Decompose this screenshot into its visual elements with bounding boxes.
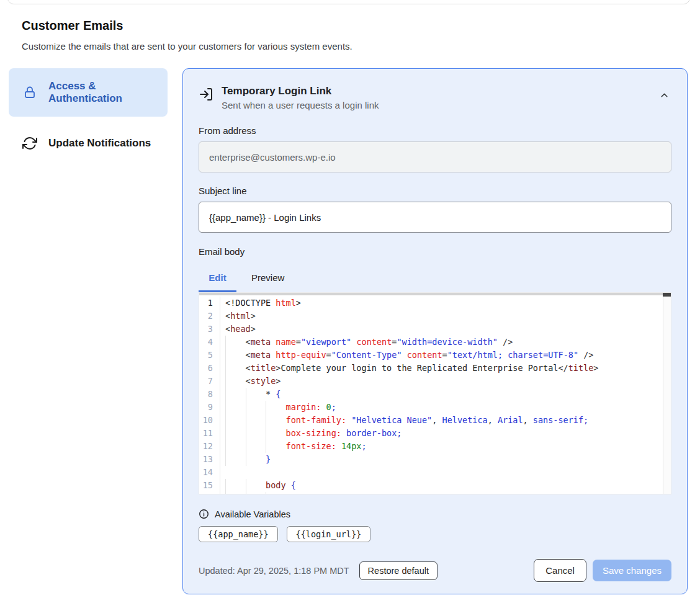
cancel-button[interactable]: Cancel — [534, 559, 586, 582]
scrollbar-thumb[interactable] — [663, 293, 671, 297]
variable-chips: {{app_name}} {{login_url}} — [199, 526, 671, 542]
vertical-scrollbar[interactable] — [663, 293, 671, 494]
line-number: 8 — [199, 388, 220, 401]
variable-chip-login-url[interactable]: {{login_url}} — [287, 526, 371, 542]
line-number: 1 — [199, 297, 220, 310]
code-line[interactable]: 8* { — [199, 388, 671, 401]
email-body-label: Email body — [199, 246, 671, 257]
sidebar-item-label: Access & Authentication — [48, 80, 158, 105]
code-line[interactable]: 2<html> — [199, 310, 671, 323]
code-line[interactable]: 1<!DOCTYPE html> — [199, 297, 671, 310]
tab-edit[interactable]: Edit — [199, 267, 236, 292]
code-editor-lines[interactable]: 1<!DOCTYPE html>2<html>3<head>4<meta nam… — [199, 293, 671, 494]
code-line[interactable]: 4<meta name="viewport" content="width=de… — [199, 336, 671, 349]
save-changes-button[interactable]: Save changes — [593, 560, 671, 581]
code-line[interactable]: 14 — [199, 466, 671, 479]
template-title: Temporary Login Link — [222, 85, 379, 97]
line-number: 16 — [199, 492, 220, 494]
available-variables-header: Available Variables — [199, 509, 671, 519]
log-in-icon — [199, 87, 213, 110]
chevron-up-icon — [659, 90, 670, 101]
tab-preview[interactable]: Preview — [236, 267, 299, 292]
previous-card-bottom-edge — [7, 0, 690, 4]
line-number: 9 — [199, 401, 220, 414]
sidebar-item-label: Update Notifications — [48, 137, 151, 150]
line-number: 4 — [199, 336, 220, 349]
restore-default-button[interactable]: Restore default — [359, 561, 437, 580]
code-line[interactable]: 3<head> — [199, 323, 671, 336]
page-title: Customer Emails — [22, 19, 123, 33]
line-number: 10 — [199, 414, 220, 427]
lock-icon — [22, 85, 37, 100]
code-line[interactable]: 13} — [199, 453, 671, 466]
line-number: 12 — [199, 440, 220, 453]
code-line[interactable]: 15body { — [199, 479, 671, 492]
code-line[interactable]: 6<title>Complete your login to the Repli… — [199, 362, 671, 375]
code-line[interactable]: 12font-size: 14px; — [199, 440, 671, 453]
refresh-icon — [22, 136, 37, 151]
subject-line-input[interactable] — [199, 202, 671, 233]
line-number: 5 — [199, 349, 220, 362]
email-body-tabs: Edit Preview — [199, 267, 671, 292]
variable-chip-app-name[interactable]: {{app_name}} — [199, 526, 278, 542]
code-line[interactable]: 5<meta http-equiv="Content-Type" content… — [199, 349, 671, 362]
line-number: 6 — [199, 362, 220, 375]
info-icon — [199, 509, 209, 519]
available-variables-label: Available Variables — [215, 509, 290, 519]
template-header: Temporary Login Link Sent when a user re… — [199, 85, 671, 110]
from-address-input — [199, 141, 671, 172]
sidebar-item-access-authentication[interactable]: Access & Authentication — [9, 68, 168, 117]
code-line[interactable]: 10font-family: "Helvetica Neue", Helveti… — [199, 414, 671, 427]
code-editor[interactable]: 1<!DOCTYPE html>2<html>3<head>4<meta nam… — [199, 292, 671, 494]
code-line[interactable]: 11box-sizing: border-box; — [199, 427, 671, 440]
line-number: 2 — [199, 310, 220, 323]
line-number: 15 — [199, 479, 220, 492]
line-number: 7 — [199, 375, 220, 388]
collapse-button[interactable] — [659, 90, 670, 101]
line-number: 14 — [199, 466, 220, 479]
sidebar-item-update-notifications[interactable]: Update Notifications — [9, 127, 168, 159]
code-line[interactable]: 16background-color: #f6f6f6; — [199, 492, 671, 494]
template-footer: Updated: Apr 29, 2025, 1:18 PM MDT Resto… — [199, 559, 671, 582]
code-line[interactable]: 7<style> — [199, 375, 671, 388]
subject-line-label: Subject line — [199, 186, 671, 196]
line-number: 11 — [199, 427, 220, 440]
horizontal-scrollbar[interactable] — [199, 293, 663, 295]
template-subtitle: Sent when a user requests a login link — [222, 100, 379, 110]
from-address-label: From address — [199, 125, 671, 136]
line-number: 3 — [199, 323, 220, 336]
updated-timestamp: Updated: Apr 29, 2025, 1:18 PM MDT — [199, 566, 349, 576]
email-template-card: Temporary Login Link Sent when a user re… — [182, 68, 688, 594]
line-number: 13 — [199, 453, 220, 466]
sidebar: Access & Authentication Update Notificat… — [9, 68, 168, 159]
code-line[interactable]: 9margin: 0; — [199, 401, 671, 414]
page-subtitle: Customize the emails that are sent to yo… — [22, 41, 352, 51]
